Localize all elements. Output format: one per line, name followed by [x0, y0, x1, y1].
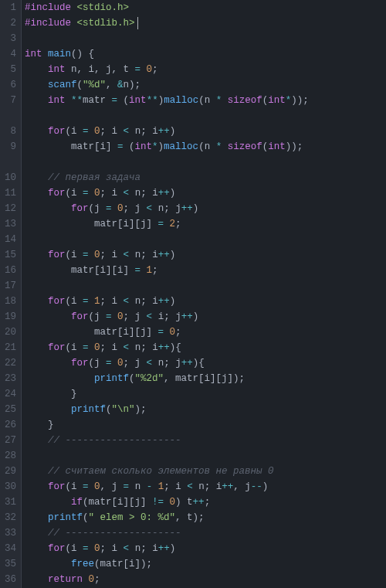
code-line[interactable]: free(matr[i]); — [25, 556, 386, 572]
code-line[interactable]: // первая задача — [25, 170, 386, 185]
code-line[interactable]: #include <stdlib.h> — [25, 15, 386, 31]
line-number: 31 — [0, 495, 16, 510]
line-number: 34 — [0, 541, 16, 556]
line-number: 3 — [0, 31, 16, 46]
line-number: 36 — [0, 572, 16, 587]
line-number: 20 — [0, 325, 16, 340]
code-line[interactable] — [25, 31, 386, 46]
line-number: 32 — [0, 510, 16, 525]
code-line[interactable]: printf("\n"); — [25, 402, 386, 417]
line-number: 35 — [0, 556, 16, 572]
code-line[interactable]: int main() { — [25, 46, 386, 62]
code-line[interactable]: for(i = 0; i < n; i++) — [25, 247, 386, 263]
code-line[interactable] — [25, 232, 386, 247]
line-number-gutter: 1 2 3 4 5 6 7 8 9 10 11 12 13 14 15 16 1… — [0, 0, 22, 588]
code-line[interactable]: for(i = 1; i < n; i++) — [25, 294, 386, 309]
line-number: 17 — [0, 278, 16, 294]
code-line[interactable]: } — [25, 386, 386, 402]
code-line[interactable]: for(j = 0; j < i; j++) — [25, 309, 386, 325]
line-number: 25 — [0, 402, 16, 417]
line-number: 28 — [0, 448, 16, 464]
code-line[interactable]: matr[i][j] = 0; — [25, 325, 386, 340]
code-line[interactable]: for(i = 0; i < n; i++) — [25, 124, 386, 139]
line-number: 10 — [0, 170, 16, 185]
code-line[interactable]: // -------------------- — [25, 525, 386, 541]
line-number: 5 — [0, 62, 16, 77]
code-line[interactable]: int **matr = (int**)malloc(n * sizeof(in… — [25, 93, 386, 124]
code-editor[interactable]: 1 2 3 4 5 6 7 8 9 10 11 12 13 14 15 16 1… — [0, 0, 386, 588]
code-line[interactable]: matr[i] = (int*)malloc(n * sizeof(int)); — [25, 139, 386, 170]
code-line[interactable] — [25, 278, 386, 294]
line-number: 30 — [0, 479, 16, 495]
line-number: 23 — [0, 371, 16, 386]
code-line[interactable] — [25, 448, 386, 464]
line-number: 2 — [0, 15, 16, 31]
line-number: 27 — [0, 433, 16, 448]
code-area[interactable]: #include <stdio.h> #include <stdlib.h> i… — [22, 0, 386, 588]
line-number: 33 — [0, 525, 16, 541]
code-line[interactable]: return 0; — [25, 572, 386, 587]
code-line[interactable]: if(matr[i][j] != 0) t++; — [25, 495, 386, 510]
code-line[interactable]: for(i = 0; i < n; i++){ — [25, 340, 386, 355]
code-line[interactable]: // -------------------- — [25, 433, 386, 448]
code-line[interactable]: int n, i, j, t = 0; — [25, 62, 386, 77]
line-number: 29 — [0, 464, 16, 479]
line-number: 8 — [0, 124, 16, 139]
code-line[interactable]: matr[i][i] = 1; — [25, 263, 386, 278]
code-line[interactable]: matr[i][j] = 2; — [25, 216, 386, 232]
code-line[interactable]: for(i = 0; i < n; i++) — [25, 185, 386, 201]
line-number: 7 — [0, 93, 16, 108]
code-line[interactable]: for(i = 0, j = n - 1; i < n; i++, j--) — [25, 479, 386, 495]
line-number: 1 — [0, 0, 16, 15]
code-line[interactable]: scanf("%d", &n); — [25, 77, 386, 93]
line-number: 15 — [0, 247, 16, 263]
code-line[interactable]: printf("%2d", matr[i][j]); — [25, 371, 386, 386]
code-line[interactable]: for(j = 0; j < n; j++) — [25, 201, 386, 216]
line-number: 16 — [0, 263, 16, 278]
code-line[interactable]: printf(" elem > 0: %d", t); — [25, 510, 386, 525]
line-number: 12 — [0, 201, 16, 216]
line-number: 4 — [0, 46, 16, 62]
code-line[interactable]: } — [25, 417, 386, 433]
code-line[interactable]: for(i = 0; i < n; i++) — [25, 541, 386, 556]
line-number: 19 — [0, 309, 16, 325]
line-number: 24 — [0, 386, 16, 402]
cursor-caret — [137, 17, 138, 29]
code-line[interactable]: // считаем сколько элементов не равны 0 — [25, 464, 386, 479]
line-number: 22 — [0, 355, 16, 371]
code-line[interactable]: #include <stdio.h> — [25, 0, 386, 15]
line-number: 13 — [0, 216, 16, 232]
line-number: 14 — [0, 232, 16, 247]
line-number: 9 — [0, 139, 16, 155]
code-line[interactable]: for(j = 0; j < n; j++){ — [25, 355, 386, 371]
line-number: 26 — [0, 417, 16, 433]
line-number: 6 — [0, 77, 16, 93]
line-number: 11 — [0, 185, 16, 201]
line-number: 21 — [0, 340, 16, 355]
line-number: 18 — [0, 294, 16, 309]
